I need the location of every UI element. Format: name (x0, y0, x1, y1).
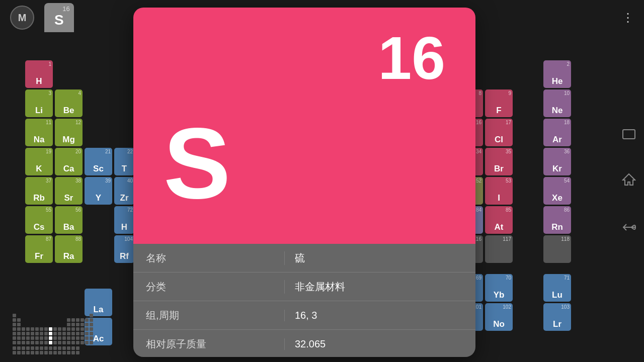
element-Yb[interactable]: 70 Yb (485, 274, 513, 302)
element-Ba[interactable]: 56 Ba (55, 206, 83, 234)
home-button[interactable] (622, 173, 636, 190)
info-label-group-period: 组,周期 (133, 309, 284, 322)
element-Ca[interactable]: 20 Ca (55, 148, 83, 175)
element-Zr-partial[interactable]: 40 Zr (114, 177, 134, 205)
info-row-atomic-mass: 相对原子质量 32.065 (133, 330, 475, 357)
element-Ti-partial[interactable]: 22 T (114, 148, 134, 175)
element-Br[interactable]: 35 Br (485, 148, 513, 175)
element-Be[interactable]: 4 Be (55, 89, 83, 117)
info-label-classification: 分类 (133, 280, 284, 294)
element-Cs[interactable]: 55 Cs (25, 206, 53, 234)
info-value-name: 硫 (284, 251, 475, 265)
android-nav (614, 0, 644, 362)
element-Fr[interactable]: 87 Fr (25, 235, 53, 263)
info-value-group-period: 16, 3 (284, 310, 475, 321)
element-Kr[interactable]: 36 Kr (543, 148, 571, 175)
info-row-classification: 分类 非金属材料 (133, 273, 475, 301)
element-card: 16 S 名称 硫 分类 非金属材料 组,周期 16, 3 相对原子质量 32.… (133, 8, 475, 357)
element-Hf-partial[interactable]: 72 H (114, 206, 134, 234)
element-Y[interactable]: 39 Y (85, 177, 112, 205)
card-info: 名称 硫 分类 非金属材料 组,周期 16, 3 相对原子质量 32.065 (133, 244, 475, 357)
element-Ar[interactable]: 18 Ar (543, 119, 571, 146)
element-H[interactable]: 1 H (25, 60, 53, 88)
element-Lu[interactable]: 71 Lu (543, 274, 571, 302)
back-button[interactable] (621, 220, 636, 236)
top-bar-right: ⋮ (622, 11, 634, 25)
element-Mg[interactable]: 12 Mg (55, 119, 83, 146)
element-Ne[interactable]: 10 Ne (543, 89, 571, 117)
element-Cl[interactable]: 17 Cl (485, 119, 513, 146)
info-row-group-period: 组,周期 16, 3 (133, 301, 475, 330)
top-bar-left: M 16 S (10, 3, 74, 32)
element-Li[interactable]: 3 Li (25, 89, 53, 117)
element-La-partial[interactable]: La (85, 289, 112, 316)
card-header: 16 S (133, 8, 475, 244)
element-117[interactable]: 117 (485, 235, 513, 263)
element-Sr[interactable]: 38 Sr (55, 177, 83, 205)
info-value-atomic-mass: 32.065 (284, 338, 475, 350)
element-At[interactable]: 85 At (485, 206, 513, 234)
element-Rb[interactable]: 37 Rb (25, 177, 53, 205)
svg-rect-0 (623, 130, 635, 139)
element-I[interactable]: 53 I (485, 177, 513, 205)
element-Na[interactable]: 11 Na (25, 119, 53, 146)
info-label-atomic-mass: 相对原子质量 (133, 337, 284, 351)
m-button[interactable]: M (10, 6, 34, 30)
more-options-button[interactable]: ⋮ (622, 11, 634, 25)
atomic-number-display: 16 (378, 28, 445, 88)
element-118[interactable]: 118 (543, 235, 571, 263)
element-Sc[interactable]: 21 Sc (85, 148, 112, 175)
element-F[interactable]: 9 F (485, 89, 513, 117)
element-No[interactable]: 102 No (485, 303, 513, 331)
element-Xe[interactable]: 54 Xe (543, 177, 571, 205)
info-value-classification: 非金属材料 (284, 280, 475, 294)
mini-table (13, 314, 93, 354)
info-row-name: 名称 硫 (133, 244, 475, 273)
element-Rf-partial[interactable]: 104 Rf (114, 235, 134, 263)
element-K[interactable]: 19 K (25, 148, 53, 175)
element-Rn[interactable]: 86 Rn (543, 206, 571, 234)
element-He[interactable]: 2 He (543, 60, 571, 88)
element-tab[interactable]: 16 S (44, 3, 74, 32)
recent-apps-button[interactable] (622, 127, 636, 143)
element-symbol-display: S (164, 113, 230, 214)
svg-marker-1 (623, 174, 635, 185)
element-Lr[interactable]: 103 Lr (543, 303, 571, 331)
info-label-name: 名称 (133, 251, 284, 265)
element-Ra[interactable]: 88 Ra (55, 235, 83, 263)
